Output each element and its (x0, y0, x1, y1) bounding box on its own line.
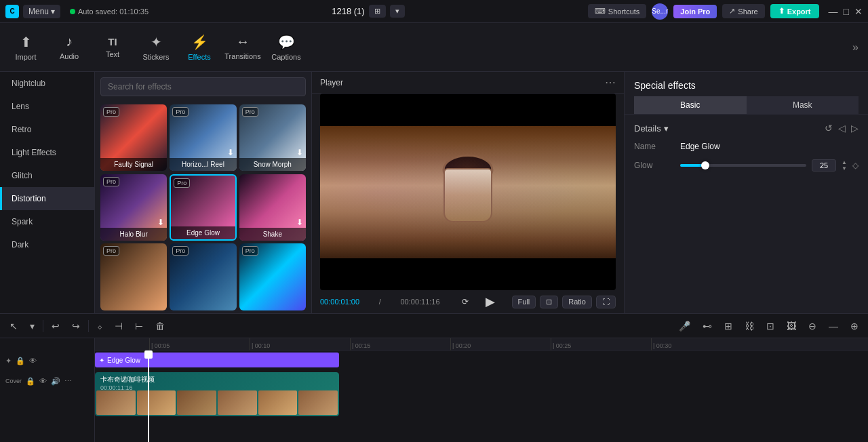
tool-captions[interactable]: 💬 Captions (264, 25, 308, 69)
menu-button[interactable]: Menu ▾ (23, 5, 60, 18)
category-dark[interactable]: Dark (0, 233, 94, 256)
effect-clip-label: Edge Glow (107, 357, 140, 364)
effect-card-snow-morph[interactable]: Pro ⬇ Snow Morph (239, 104, 306, 171)
split-audio-button[interactable]: ⊡ (762, 319, 778, 333)
prev-keyframe-button[interactable]: ◁ (838, 123, 846, 134)
fullscreen-button[interactable]: ⛶ (596, 296, 616, 308)
select-tool-button[interactable]: ↖ (5, 319, 22, 333)
full-button[interactable]: Full (512, 296, 536, 308)
zoom-in-button[interactable]: — (825, 319, 842, 333)
video-frames (95, 389, 339, 416)
timeline: ↖ ▾ ↩ ↪ ⬦ ⊣ ⊢ 🗑 🎤 ⊷ ⊞ ⛓ ⊡ 🖼 ⊖ — ⊕ ✦ 🔒 � (0, 313, 868, 442)
join-pro-button[interactable]: Join Pro (673, 5, 717, 18)
video-volume-icon[interactable]: 🔊 (51, 377, 60, 386)
player-panel: Player ⋯ 00:00:01:00 / 00:00:11:16 ⟳ (312, 72, 624, 313)
category-retro[interactable]: Retro (0, 118, 94, 141)
video-clip[interactable]: 卡布奇诺咖啡视频 00:00:11:16 (95, 372, 339, 416)
reset-button[interactable]: ↺ (825, 123, 833, 134)
effect-card-horizon-reel[interactable]: Pro ⬇ Horizo...l Reel (170, 104, 236, 171)
tool-stickers[interactable]: ✦ Stickers (134, 25, 178, 69)
effect-card-halo-blur[interactable]: Pro ⬇ Halo Blur (100, 174, 167, 241)
export-button[interactable]: ⬆ Export (770, 4, 819, 18)
topbar: C Menu ▾ Auto saved: 01:10:35 1218 (1) ⊞… (0, 0, 868, 23)
delete-button[interactable]: 🗑 (151, 319, 169, 333)
video-lock-icon[interactable]: 🔒 (26, 377, 35, 386)
glow-slider-thumb[interactable] (701, 161, 709, 169)
link-clips-button[interactable]: ⊷ (698, 319, 716, 333)
details-expand-icon: ▾ (664, 123, 669, 134)
effect-label: Horizo...l Reel (170, 158, 236, 171)
eye-icon[interactable]: 👁 (29, 357, 37, 365)
close-button[interactable]: ✕ (854, 6, 863, 17)
chain-button[interactable]: ⛓ (741, 319, 758, 333)
glow-slider-track[interactable] (680, 164, 806, 167)
crop-button[interactable]: ⊡ (540, 296, 558, 308)
effect-card-row3b[interactable]: Pro (170, 243, 236, 310)
fit-button[interactable]: ⊕ (846, 319, 863, 333)
tab-basic[interactable]: Basic (634, 96, 747, 114)
split-button[interactable]: ⬦ (93, 319, 106, 333)
tool-text[interactable]: TI Text (91, 25, 134, 69)
glow-up-arrow[interactable]: ▲ (842, 160, 847, 165)
ruler-tick-4: | 00:20 (450, 338, 471, 350)
search-input[interactable] (100, 77, 306, 96)
playhead[interactable] (148, 350, 149, 442)
keyframe-diamond-icon[interactable]: ◇ (852, 161, 859, 170)
effect-label: Faulty Signal (100, 158, 167, 171)
effect-card-edge-glow[interactable]: Pro Edge Glow (170, 174, 236, 241)
mic-button[interactable]: 🎤 (675, 319, 694, 333)
select-dropdown-button[interactable]: ▾ (26, 319, 39, 333)
effect-label: Halo Blur (100, 228, 167, 241)
effects-panel: Pro Faulty Signal Pro ⬇ Horizo...l Reel … (95, 72, 312, 313)
tab-mask[interactable]: Mask (747, 96, 859, 114)
tool-transitions[interactable]: ↔ Transitions (221, 25, 264, 69)
category-distortion[interactable]: Distortion (0, 187, 94, 210)
undo-button[interactable]: ↩ (47, 319, 64, 333)
lock-icon[interactable]: 🔒 (16, 357, 25, 365)
timeline-content: ✦ 🔒 👁 Cover 🔒 👁 🔊 ⋯ | 00:05 | 00:10 | 00… (0, 338, 868, 442)
video-clip-content: 卡布奇诺咖啡视频 00:00:11:16 (95, 372, 339, 416)
play-button[interactable]: ▶ (486, 294, 495, 309)
toolbar-expand-button[interactable]: » (847, 41, 864, 54)
category-glitch[interactable]: Glitch (0, 164, 94, 187)
right-panel-tabs: Basic Mask (625, 96, 868, 115)
tl-tracks: ✦ Edge Glow 卡布奇诺咖啡视频 00:00:11:16 (95, 350, 868, 442)
player-controls: 00:00:01:00 / 00:00:11:16 ⟳ ▶ Full ⊡ Rat… (312, 290, 624, 313)
video-more-icon[interactable]: ⋯ (64, 377, 72, 386)
effect-card-faulty-signal[interactable]: Pro Faulty Signal (100, 104, 167, 171)
display-button[interactable]: ▾ (390, 5, 405, 18)
video-eye-icon[interactable]: 👁 (39, 377, 47, 385)
effect-card-row3a[interactable]: Pro (100, 243, 167, 310)
ruler-tick-3: | 00:15 (350, 338, 370, 350)
trim-right-button[interactable]: ⊢ (131, 319, 147, 333)
effect-card-row3c[interactable]: Pro (239, 243, 306, 310)
minimize-button[interactable]: — (829, 6, 838, 17)
resolution-button[interactable]: ⊞ (369, 5, 386, 18)
add-frame-button[interactable]: 🖼 (783, 319, 800, 333)
category-nightclub[interactable]: Nightclub (0, 72, 94, 95)
player-menu-button[interactable]: ⋯ (605, 76, 616, 89)
share-button[interactable]: ↗ Share (722, 4, 764, 18)
next-keyframe-button[interactable]: ▷ (851, 123, 859, 134)
glow-down-arrow[interactable]: ▼ (842, 166, 847, 172)
zoom-out-button[interactable]: ⊖ (804, 319, 821, 333)
category-lens[interactable]: Lens (0, 95, 94, 118)
redo-button[interactable]: ↪ (68, 319, 84, 333)
effect-clip-edge-glow[interactable]: ✦ Edge Glow (95, 353, 339, 367)
tool-audio[interactable]: ♪ Audio (47, 25, 91, 69)
category-spark[interactable]: Spark (0, 210, 94, 233)
tool-import[interactable]: ⬆ Import (4, 25, 47, 69)
tool-effects[interactable]: ⚡ Effects (178, 25, 221, 69)
download-icon: ⬇ (296, 218, 303, 227)
ratio-button[interactable]: Ratio (562, 296, 592, 308)
pro-badge: Pro (103, 107, 119, 117)
effect-card-shake[interactable]: ⬇ Shake (239, 174, 306, 241)
pro-badge: Pro (174, 178, 190, 188)
effect-label: Edge Glow (171, 226, 235, 239)
maximize-button[interactable]: □ (844, 6, 849, 17)
player-header: Player ⋯ (312, 72, 624, 94)
shortcuts-button[interactable]: ⌨ Shortcuts (588, 4, 646, 18)
trim-left-button[interactable]: ⊣ (111, 319, 127, 333)
category-light-effects[interactable]: Light Effects (0, 141, 94, 164)
group-button[interactable]: ⊞ (720, 319, 736, 333)
